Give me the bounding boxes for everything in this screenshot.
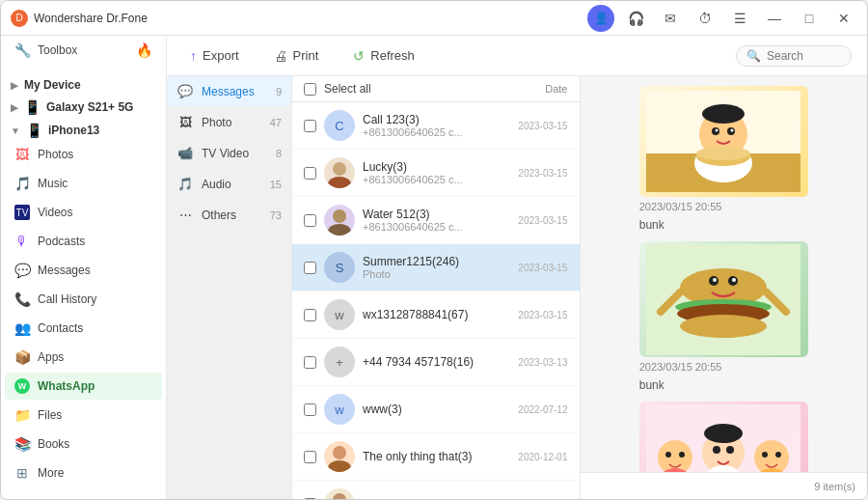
my-device-header[interactable]: ▶ My Device [1,72,166,94]
apps-label: Apps [38,350,152,364]
split-pane: 💬 Messages 9 🖼 Photo 47 📹 TV Video 8 🎵 A… [167,76,867,499]
contacts-label: Contacts [38,321,152,335]
chat-avatar-6: w [324,394,355,425]
chat-avatar-8 [324,488,355,499]
menu-icon[interactable]: ☰ [726,5,753,32]
category-messages[interactable]: 💬 Messages 9 [167,76,291,107]
videos-label: Videos [38,206,152,219]
my-backup-header[interactable]: ▼ My Backup [1,495,166,499]
sidebar-item-files[interactable]: 📁 Files [5,402,162,429]
chat-checkbox-2[interactable] [304,214,316,227]
refresh-icon: ↺ [353,48,365,64]
preview-status-bar: 9 item(s) [581,472,868,499]
search-input[interactable] [767,49,841,63]
toolbox-label: Toolbox [38,43,128,57]
iphone13-header[interactable]: ▼ 📱 iPhone13 [1,117,166,140]
chat-name-1: Lucky(3) [363,160,510,174]
svg-point-14 [716,129,719,132]
preview-item-2: bunk [590,402,858,472]
chat-info-0: Call 123(3) +8613006640625 c... [363,113,510,138]
search-box[interactable]: 🔍 [736,45,852,67]
svg-point-4 [333,446,346,459]
tv-video-cat-label: TV Video [202,147,249,160]
svg-point-24 [732,278,736,282]
preview-image-0[interactable] [639,86,808,197]
toolbox-icon: 🔧 [14,42,30,58]
chat-checkbox-0[interactable] [304,120,316,132]
chat-avatar-7 [324,441,355,472]
select-all-checkbox[interactable] [304,83,316,96]
search-icon: 🔍 [746,49,761,63]
minimize-button[interactable]: — [761,5,788,32]
main-layout: 🔧 Toolbox 🔥 ▶ My Device ▶ 📱 Galaxy S21+ … [1,36,867,499]
chat-date-4: 2023-03-15 [518,310,567,320]
chat-item-3[interactable]: S Summer1215(246) Photo 2023-03-15 [292,244,580,292]
chat-checkbox-7[interactable] [304,451,316,463]
category-others[interactable]: ⋯ Others 73 [167,200,291,231]
svg-point-23 [713,278,717,282]
chat-item-2[interactable]: Water 512(3) +8613006640625 c... 2023-03… [292,197,580,244]
iphone13-label: iPhone13 [48,124,99,137]
user-avatar-icon[interactable]: 👤 [587,5,614,32]
chat-item-0[interactable]: C Call 123(3) +8613006640625 c... 2023-0… [292,102,580,150]
chat-name-6: www(3) [363,403,510,416]
chat-item-6[interactable]: w www(3) 2022-07-12 [292,386,580,433]
chat-date-0: 2023-03-15 [518,121,567,131]
preview-item-0: 2023/03/15 20:55 bunk [590,86,858,234]
maximize-button[interactable]: □ [796,5,823,32]
chat-avatar-5: + [324,347,355,377]
export-label: Export [203,48,239,63]
app-logo: D [11,10,28,27]
sidebar-item-photos[interactable]: 🖼 Photos [5,141,162,168]
audio-cat-icon: 🎵 [176,177,194,191]
messages-label: Messages [38,264,152,277]
chat-checkbox-3[interactable] [304,262,316,274]
preview-image-2[interactable] [639,402,808,472]
chat-item-5[interactable]: + +44 7934 457178(16) 2023-03-13 [292,339,580,386]
refresh-button[interactable]: ↺ Refresh [345,44,422,68]
chat-checkbox-6[interactable] [304,403,316,416]
chat-name-5: +44 7934 457178(16) [363,355,510,369]
close-button[interactable]: ✕ [830,5,857,32]
sidebar-item-contacts[interactable]: 👥 Contacts [5,315,162,342]
tv-video-cat-count: 8 [276,148,282,159]
chat-date-1: 2023-03-15 [518,168,567,179]
preview-image-1[interactable] [639,241,808,357]
history-icon[interactable]: ⏱ [692,5,719,32]
category-photo[interactable]: 🖼 Photo 47 [167,107,291,138]
chat-info-1: Lucky(3) +8613006640625 c... [363,160,510,185]
svg-point-42 [762,452,768,458]
title-bar-controls: 👤 🎧 ✉ ⏱ ☰ — □ ✕ [587,5,857,32]
sidebar-item-apps[interactable]: 📦 Apps [5,344,162,371]
export-icon: ↑ [190,48,197,64]
sidebar-item-more[interactable]: ⊞ More [5,459,162,486]
preview-sender-1: bunk [639,376,808,394]
mail-icon[interactable]: ✉ [657,5,684,32]
sidebar-item-messages[interactable]: 💬 Messages [5,257,162,284]
sidebar-item-videos[interactable]: TV Videos [5,199,162,226]
chat-checkbox-4[interactable] [304,309,316,321]
galaxy-header[interactable]: ▶ 📱 Galaxy S21+ 5G [1,94,166,117]
sidebar-item-music[interactable]: 🎵 Music [5,170,162,197]
chat-date-3: 2023-03-15 [518,263,567,273]
sidebar-item-whatsapp[interactable]: W WhatsApp [5,373,162,400]
chat-item-4[interactable]: w wx13128788841(67) 2023-03-15 [292,292,580,339]
chat-checkbox-1[interactable] [304,167,316,180]
chat-checkbox-8[interactable] [304,498,316,500]
headset-icon[interactable]: 🎧 [622,5,649,32]
category-tv-video[interactable]: 📹 TV Video 8 [167,138,291,169]
chat-checkbox-5[interactable] [304,356,316,369]
sidebar-item-books[interactable]: 📚 Books [5,431,162,458]
chat-date-8: 2020-07-24 [518,499,567,500]
sidebar-item-call-history[interactable]: 📞 Call History [5,286,162,313]
sidebar-item-podcasts[interactable]: 🎙 Podcasts [5,228,162,255]
export-button[interactable]: ↑ Export [182,44,247,68]
sidebar-item-toolbox[interactable]: 🔧 Toolbox 🔥 [5,37,162,64]
chat-avatar-0: C [324,110,355,141]
print-button[interactable]: 🖨 Print [266,44,327,68]
category-audio[interactable]: 🎵 Audio 15 [167,169,291,200]
chat-item-1[interactable]: Lucky(3) +8613006640625 c... 2023-03-15 [292,150,580,197]
chat-item-8[interactable]: Hi and thanks(3) 2020-07-24 [292,481,580,499]
chat-item-7[interactable]: The only thing that(3) 2020-12-01 [292,433,580,481]
chat-info-4: wx13128788841(67) [363,308,510,321]
